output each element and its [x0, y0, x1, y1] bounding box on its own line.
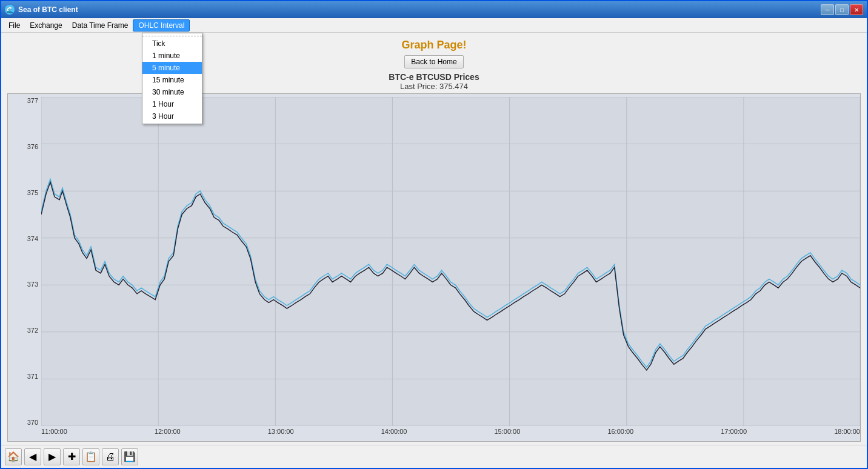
- menu-ohlc-interval[interactable]: OHLC Interval: [133, 19, 190, 32]
- x-label-12: 12:00:00: [155, 428, 181, 435]
- save-button[interactable]: 💾: [121, 448, 138, 465]
- x-label-17: 17:00:00: [721, 428, 747, 435]
- chart-section: BTC-e BTCUSD Prices Last Price: 375.474 …: [1, 72, 867, 445]
- document-button[interactable]: 📋: [82, 448, 99, 465]
- blue-price-line: [41, 179, 860, 367]
- chart-subtitle: Last Price: 375.474: [7, 82, 861, 91]
- add-button[interactable]: ✚: [63, 448, 80, 465]
- x-label-18: 18:00:00: [834, 428, 860, 435]
- title-bar-left: 🌊 Sea of BTC client: [5, 5, 78, 15]
- y-label-374: 374: [11, 235, 38, 242]
- menu-data-time-frame[interactable]: Data Time Frame: [67, 20, 133, 31]
- dropdown-separator: [142, 36, 202, 36]
- dropdown-1min[interactable]: 1 minute: [142, 50, 202, 62]
- x-label-16: 16:00:00: [607, 428, 633, 435]
- x-label-13: 13:00:00: [268, 428, 294, 435]
- chart-inner: [41, 97, 860, 426]
- home-button[interactable]: 🏠: [5, 448, 22, 465]
- price-chart-svg: [41, 97, 860, 426]
- back-to-home-button[interactable]: Back to Home: [404, 55, 463, 68]
- main-window: 🌊 Sea of BTC client ─ □ ✕ File Exchange …: [0, 0, 868, 469]
- y-label-370: 370: [11, 419, 38, 426]
- y-label-373: 373: [11, 281, 38, 288]
- title-bar: 🌊 Sea of BTC client ─ □ ✕: [1, 1, 867, 18]
- toolbar: 🏠 ◀ ▶ ✚ 📋 🖨 💾: [1, 445, 867, 468]
- main-content: Graph Page! Back to Home BTC-e BTCUSD Pr…: [1, 33, 867, 468]
- print-button[interactable]: 🖨: [102, 448, 119, 465]
- close-button[interactable]: ✕: [850, 4, 863, 15]
- back-button[interactable]: ◀: [24, 448, 41, 465]
- dropdown-tick[interactable]: Tick: [142, 38, 202, 50]
- window-title: Sea of BTC client: [18, 5, 78, 14]
- window-controls: ─ □ ✕: [821, 4, 863, 15]
- x-axis: 11:00:00 12:00:00 13:00:00 14:00:00 15:0…: [41, 426, 860, 441]
- menu-file[interactable]: File: [4, 20, 25, 31]
- dropdown-3hour[interactable]: 3 Hour: [142, 110, 202, 122]
- menu-bar: File Exchange Data Time Frame OHLC Inter…: [1, 18, 867, 33]
- y-label-375: 375: [11, 189, 38, 196]
- restore-button[interactable]: □: [835, 4, 849, 15]
- dropdown-30min[interactable]: 30 minute: [142, 86, 202, 98]
- app-icon: 🌊: [5, 5, 15, 15]
- chart-area: buys sells: [41, 94, 860, 441]
- dropdown-15min[interactable]: 15 minute: [142, 74, 202, 86]
- minimize-button[interactable]: ─: [821, 4, 834, 15]
- forward-button[interactable]: ▶: [44, 448, 61, 465]
- ohlc-dropdown: Tick 1 minute 5 minute 15 minute 30 minu…: [142, 33, 202, 124]
- dropdown-5min[interactable]: 5 minute: [142, 62, 202, 74]
- dropdown-1hour[interactable]: 1 Hour: [142, 98, 202, 110]
- page-title: Graph Page!: [1, 39, 867, 52]
- y-label-372: 372: [11, 327, 38, 334]
- chart-container: 377 376 375 374 373 372 371 370 buys: [7, 93, 861, 442]
- y-label-377: 377: [11, 97, 38, 104]
- menu-exchange[interactable]: Exchange: [25, 20, 67, 31]
- x-label-11: 11:00:00: [41, 428, 67, 435]
- chart-title: BTC-e BTCUSD Prices: [7, 72, 861, 82]
- page-header: Graph Page! Back to Home: [1, 33, 867, 72]
- x-label-15: 15:00:00: [495, 428, 521, 435]
- y-axis: 377 376 375 374 373 372 371 370: [8, 94, 41, 441]
- y-label-376: 376: [11, 143, 38, 150]
- chart-info: BTC-e BTCUSD Prices Last Price: 375.474: [7, 72, 861, 91]
- x-label-14: 14:00:00: [381, 428, 407, 435]
- y-label-371: 371: [11, 373, 38, 380]
